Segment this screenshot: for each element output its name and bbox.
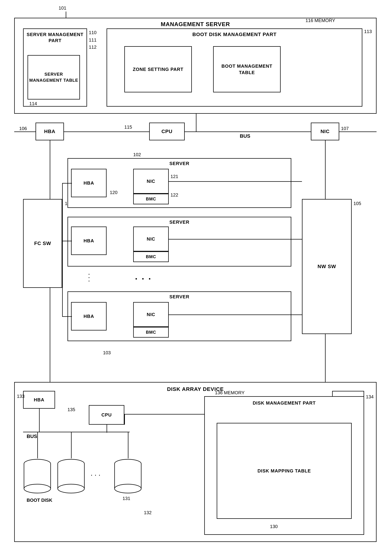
ref-101: 101 — [59, 5, 66, 11]
ref-107: 107 — [341, 126, 349, 131]
disk-dots: · · · — [91, 471, 100, 479]
server1-hba-label: HBA — [84, 180, 94, 186]
bus-label: BUS — [240, 133, 250, 139]
zone-setting-part-label: ZONE SETTING PART — [133, 66, 183, 72]
server1-nic-box: NIC — [133, 169, 169, 194]
hba-disk-box: HBA — [23, 391, 55, 409]
serverN-hba-box: HBA — [71, 302, 107, 330]
ref-122: 122 — [170, 192, 178, 198]
server1-hba-box: HBA — [71, 169, 107, 197]
fc-sw-label: FC SW — [34, 240, 51, 247]
hba-mgmt-box: HBA — [35, 123, 64, 140]
disk-mapping-table-label: DISK MAPPING TABLE — [258, 468, 311, 474]
server2-nic-box: NIC — [133, 226, 169, 252]
ref-136: 136 MEMORY — [215, 390, 245, 395]
cpu-mgmt-box: CPU — [149, 123, 185, 140]
disk-mapping-table-box: DISK MAPPING TABLE — [217, 423, 352, 519]
svg-point-14 — [115, 484, 141, 493]
disk-management-part-label: DISK MANAGEMENT PART — [253, 400, 316, 406]
ref-131: 131 — [123, 496, 130, 501]
server2-hba-box: HBA — [71, 226, 107, 255]
management-server-label: MANAGEMENT SERVER — [161, 21, 230, 28]
server2-label: SERVER — [169, 219, 189, 225]
ref-114: 114 — [29, 101, 37, 106]
ref-115: 115 — [124, 124, 132, 130]
nic-mgmt-label: NIC — [320, 129, 329, 134]
server-dots-v: ... — [87, 273, 95, 283]
boot-management-table-box: BOOT MANAGEMENT TABLE — [213, 46, 281, 92]
ref-133: 133 — [17, 393, 25, 399]
ref-132: 132 — [144, 510, 152, 515]
ref-135: 135 — [68, 407, 75, 412]
nw-sw-box: NW SW — [302, 199, 352, 334]
zone-setting-part-box: ZONE SETTING PART — [124, 46, 192, 92]
cpu-disk-label: CPU — [101, 412, 112, 418]
ref-121: 121 — [170, 174, 178, 179]
ref-102: 102 — [133, 152, 141, 157]
boot-disk-label: BOOT DISK — [27, 498, 52, 503]
serverN-nic-box: NIC — [133, 302, 169, 327]
server2-nic-label: NIC — [147, 236, 155, 242]
server2-bmc-box: BMC — [133, 252, 169, 262]
hba-disk-label: HBA — [34, 397, 44, 403]
server1-bmc-label: BMC — [146, 196, 156, 202]
cpu-disk-box: CPU — [89, 405, 124, 425]
ref-116: 116 MEMORY — [306, 18, 335, 23]
ref-134: 134 — [366, 394, 373, 400]
cpu-mgmt-label: CPU — [161, 129, 173, 134]
boot-management-table-label: BOOT MANAGEMENT TABLE — [214, 63, 280, 76]
serverN-hba-label: HBA — [84, 314, 94, 319]
boot-disk-management-part-label: BOOT DISK MANAGEMENT PART — [192, 32, 277, 37]
ref-113: 113 — [364, 29, 372, 34]
server2-hba-label: HBA — [84, 238, 94, 244]
server1-bmc-box: BMC — [133, 194, 169, 204]
bus-disk-label: BUS — [27, 434, 37, 439]
serverN-bmc-box: BMC — [133, 327, 169, 337]
ref-112: 112 — [89, 44, 97, 50]
server-management-part-label: SERVER MANAGEMENT PART — [26, 32, 84, 44]
hba-mgmt-label: HBA — [44, 129, 56, 134]
svg-point-9 — [58, 484, 84, 493]
serverN-label: SERVER — [169, 294, 189, 300]
ref-111: 111 — [89, 37, 97, 43]
ref-103: 103 — [103, 350, 111, 356]
ref-120: 120 — [110, 190, 117, 195]
ref-105: 105 — [353, 201, 361, 206]
dots-vertical: · · · — [135, 274, 152, 284]
server1-label: SERVER — [169, 161, 189, 166]
serverN-bmc-label: BMC — [146, 330, 156, 335]
fc-sw-box: FC SW — [23, 199, 62, 288]
nw-sw-label: NW SW — [318, 263, 336, 270]
ref-106: 106 — [19, 126, 27, 131]
server-management-table-box: SERVER MANAGEMENT TABLE — [28, 55, 80, 99]
server1-nic-label: NIC — [147, 179, 155, 184]
nic-mgmt-box: NIC — [311, 123, 339, 140]
ref-130: 130 — [270, 524, 278, 529]
serverN-nic-label: NIC — [147, 312, 155, 317]
server2-bmc-label: BMC — [146, 254, 156, 259]
server-management-table-label: SERVER MANAGEMENT TABLE — [28, 71, 79, 83]
main-diagram: 101 MANAGEMENT SERVER 116 MEMORY SERVER … — [0, 0, 392, 554]
svg-point-4 — [24, 484, 51, 493]
ref-110: 110 — [89, 30, 97, 35]
